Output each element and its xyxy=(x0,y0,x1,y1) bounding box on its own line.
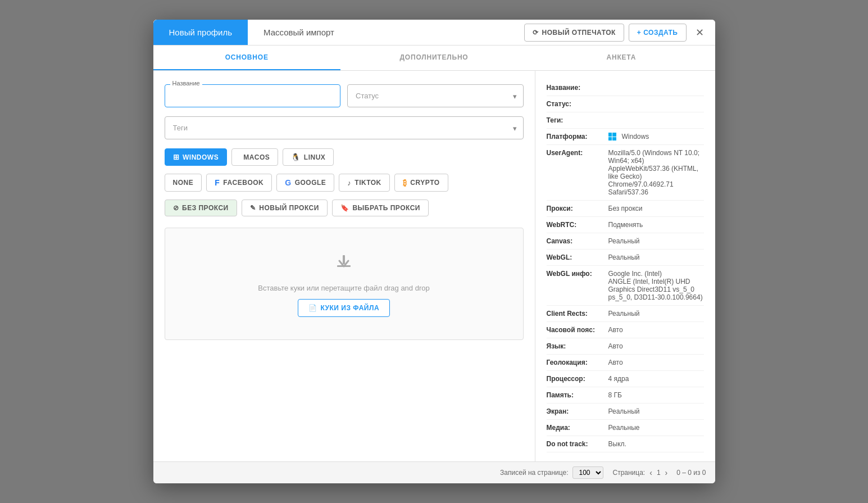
page-next-button[interactable]: › xyxy=(665,468,668,477)
info-row-platform: Платформа: Windows xyxy=(547,129,704,145)
page-prev-button[interactable]: ‹ xyxy=(649,468,652,477)
platform-btn-macos[interactable]: MACOS xyxy=(231,148,278,166)
tab-new-profile[interactable]: Новый профиль xyxy=(153,20,248,45)
info-row-geolocation: Геолокация: Авто xyxy=(547,355,704,371)
info-row-webgl: WebGL: Реальный xyxy=(547,250,704,266)
page-label: Страница: xyxy=(612,469,645,477)
tags-select[interactable]: Теги xyxy=(165,116,524,139)
upload-icon xyxy=(176,251,512,278)
name-status-row: Название Статус xyxy=(165,84,524,107)
info-row-canvas: Canvas: Реальный xyxy=(547,233,704,250)
status-select[interactable]: Статус xyxy=(347,84,524,107)
select-proxy-icon: 🔖 xyxy=(340,204,349,212)
info-row-client-rects: Client Rects: Реальный xyxy=(547,306,704,322)
status-select-wrapper: Статус xyxy=(347,84,524,107)
modal-footer: Записей на странице: 100 50 200 Страница… xyxy=(153,461,715,483)
tags-wrapper: Теги ▾ xyxy=(165,116,524,139)
google-icon: G xyxy=(285,178,291,187)
footer-range: 0 – 0 из 0 xyxy=(676,469,706,477)
fingerprint-icon: ⟳ xyxy=(533,29,539,37)
modal-header: Новый профиль Массовый импорт ⟳ НОВЫЙ ОТ… xyxy=(153,20,715,46)
platform-buttons: ⊞ WINDOWS MACOS 🐧 LINUX xyxy=(165,148,524,166)
info-row-timezone: Часовой пояс: Авто xyxy=(547,322,704,338)
info-row-webgl-info: WebGL инфо: Google Inc. (Intel)ANGLE (In… xyxy=(547,266,704,306)
info-row-language: Язык: Авто xyxy=(547,338,704,355)
bitcoin-icon: ₿ xyxy=(403,178,407,187)
file-icon: 📄 xyxy=(308,304,317,312)
footer-records: Записей на странице: 100 50 200 xyxy=(500,466,603,479)
info-row-tags: Теги: xyxy=(547,112,704,129)
proxy-buttons: ⊘ БЕЗ ПРОКСИ ✎ НОВЫЙ ПРОКСИ 🔖 ВЫБРАТЬ ПР… xyxy=(165,200,524,216)
name-label: Название xyxy=(170,80,202,87)
cookie-drop-area: Вставьте куки или перетащите файл drag a… xyxy=(165,228,524,340)
tab-questionnaire[interactable]: АНКЕТА xyxy=(528,46,715,70)
info-row-useragent: UserAgent: Mozilla/5.0 (Windows NT 10.0;… xyxy=(547,145,704,201)
records-label: Записей на странице: xyxy=(500,469,568,477)
linux-icon: 🐧 xyxy=(291,153,301,161)
info-row-proxy: Прокси: Без прокси xyxy=(547,201,704,217)
proxy-btn-new[interactable]: ✎ НОВЫЙ ПРОКСИ xyxy=(242,200,328,216)
page-number: 1 xyxy=(657,469,661,477)
info-panel: Название: Статус: Теги: Платформа: xyxy=(535,71,715,461)
name-field-wrapper: Название xyxy=(165,84,341,107)
form-area: Название Статус Теги ▾ ⊞ xyxy=(153,71,535,461)
tab-additional[interactable]: ДОПОЛНИТЕЛЬНО xyxy=(340,46,528,70)
social-btn-tiktok[interactable]: ♪ TIKTOK xyxy=(339,174,389,192)
tiktok-icon: ♪ xyxy=(347,179,351,187)
create-button[interactable]: + СОЗДАТЬ xyxy=(629,24,687,42)
tab-mass-import[interactable]: Массовый импорт xyxy=(248,20,350,45)
social-btn-crypto[interactable]: ₿ CRYPTO xyxy=(394,174,448,192)
header-actions: ⟳ НОВЫЙ ОТПЕЧАТОК + СОЗДАТЬ ✕ xyxy=(524,22,715,43)
info-row-status: Статус: xyxy=(547,96,704,112)
cookie-drop-text: Вставьте куки или перетащите файл drag a… xyxy=(176,284,512,292)
platform-btn-linux[interactable]: 🐧 LINUX xyxy=(283,148,334,166)
info-row-media: Медиа: Реальные xyxy=(547,420,704,436)
social-btn-facebook[interactable]: f FACEBOOK xyxy=(206,174,272,192)
name-input[interactable] xyxy=(165,84,341,107)
info-row-webrtc: WebRTC: Подменять xyxy=(547,217,704,233)
platform-btn-windows[interactable]: ⊞ WINDOWS xyxy=(165,148,228,166)
social-btn-none[interactable]: NONE xyxy=(165,174,202,192)
new-proxy-icon: ✎ xyxy=(250,204,256,212)
info-row-dnt: Do not track: Выкл. xyxy=(547,436,704,452)
modal-body: Название Статус Теги ▾ ⊞ xyxy=(153,71,715,461)
proxy-btn-none[interactable]: ⊘ БЕЗ ПРОКСИ xyxy=(165,200,237,216)
footer-page: Страница: ‹ 1 › xyxy=(612,468,667,477)
info-row-screen: Экран: Реальный xyxy=(547,404,704,420)
social-buttons: NONE f FACEBOOK G GOOGLE ♪ TIKTOK ₿ CRYP… xyxy=(165,174,524,192)
close-button[interactable]: ✕ xyxy=(691,22,708,43)
facebook-icon: f xyxy=(215,178,220,187)
tab-basic[interactable]: ОСНОВНОЕ xyxy=(153,46,340,70)
windows-info-icon xyxy=(608,133,616,141)
info-row-processor: Процессор: 4 ядра xyxy=(547,371,704,387)
cookie-file-button[interactable]: 📄 КУКИ ИЗ ФАЙЛА xyxy=(298,299,390,317)
info-row-memory: Память: 8 ГБ xyxy=(547,387,704,404)
proxy-btn-select[interactable]: 🔖 ВЫБРАТЬ ПРОКСИ xyxy=(332,200,429,216)
sub-tabs: ОСНОВНОЕ ДОПОЛНИТЕЛЬНО АНКЕТА xyxy=(153,46,715,71)
info-row-name: Название: xyxy=(547,80,704,96)
modal-dialog: Новый профиль Массовый импорт ⟳ НОВЫЙ ОТ… xyxy=(153,20,715,483)
no-proxy-icon: ⊘ xyxy=(173,204,179,212)
windows-icon: ⊞ xyxy=(173,153,180,161)
svg-rect-1 xyxy=(343,255,345,264)
social-btn-google[interactable]: G GOOGLE xyxy=(276,174,334,192)
new-fingerprint-button[interactable]: ⟳ НОВЫЙ ОТПЕЧАТОК xyxy=(524,24,624,42)
records-count-select[interactable]: 100 50 200 xyxy=(572,466,603,479)
